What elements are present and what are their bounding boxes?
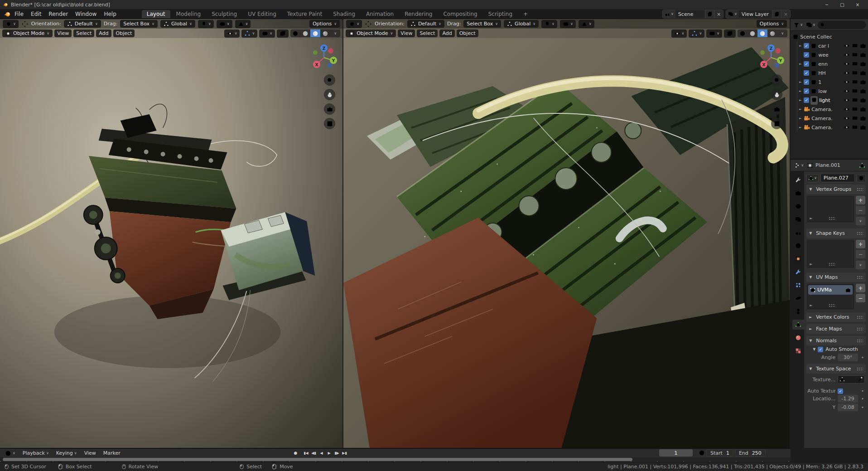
tab-object[interactable] [792, 254, 804, 264]
list-grip-handle[interactable] [829, 304, 835, 307]
eye-icon[interactable] [844, 97, 850, 103]
zoom-button[interactable] [771, 74, 782, 86]
render-camera-icon[interactable] [860, 79, 866, 85]
outliner-row-camera[interactable]: ► Camera. [798, 123, 867, 132]
gizmo-x-label[interactable]: X [315, 63, 318, 67]
gizmos-toggle[interactable]: ∨ [689, 29, 704, 38]
subpanel-open-icon[interactable]: ▼ [813, 348, 815, 351]
start-frame-field[interactable]: Start1 [706, 449, 733, 456]
options-dropdown[interactable]: Options∨ [757, 20, 787, 28]
tab-texture-paint[interactable]: Texture Paint [282, 10, 327, 18]
minimize-button[interactable]: ─ [819, 0, 834, 9]
viewport-right-scene[interactable] [343, 19, 790, 448]
delete-scene-button[interactable]: × [714, 10, 723, 18]
expand-arrow-icon[interactable]: ► [798, 117, 802, 120]
overlays-toggle[interactable]: ∨ [259, 29, 275, 38]
outliner-filter-dropdown[interactable]: ∨ [792, 21, 804, 29]
panel-grip-handle[interactable] [857, 276, 863, 279]
current-frame-field[interactable]: 1 [659, 449, 693, 456]
location-y-field[interactable]: -0.08 [838, 403, 858, 411]
next-keyframe-button[interactable]: ▮▶ [333, 449, 340, 456]
shading-solid-button[interactable] [747, 29, 757, 37]
move-gizmo-icon[interactable] [365, 20, 372, 28]
vertex-group-specials-dropdown[interactable]: ∨ [856, 217, 865, 225]
outliner-row-collection-selected[interactable]: ► ✓ light [798, 96, 867, 105]
eye-icon[interactable] [844, 70, 850, 76]
panel-grip-handle[interactable] [857, 188, 863, 191]
eye-icon[interactable] [844, 124, 850, 131]
tab-object-data[interactable] [792, 320, 804, 330]
render-camera-icon[interactable] [860, 52, 866, 58]
shading-wireframe-button[interactable] [290, 29, 300, 37]
remove-vertex-group-button[interactable]: − [856, 206, 865, 214]
tab-world[interactable] [792, 241, 804, 251]
camera-view-button[interactable] [324, 103, 335, 115]
tab-scene[interactable] [792, 228, 804, 238]
animate-dot-icon[interactable]: • [860, 388, 865, 394]
orientation-dropdown[interactable]: Default∨ [64, 20, 101, 28]
texture-mesh-field[interactable] [838, 375, 865, 384]
tab-output[interactable] [792, 201, 804, 211]
snap-button[interactable]: ∨ [198, 20, 214, 28]
collection-checkbox[interactable]: ✓ [804, 61, 809, 67]
orientation-dropdown[interactable]: Default∨ [407, 20, 444, 28]
panel-header[interactable]: ▼UV Maps [806, 272, 866, 282]
shading-material-button[interactable] [757, 29, 767, 37]
active-render-camera-icon[interactable] [845, 287, 851, 293]
monitor-icon[interactable] [852, 124, 858, 131]
collection-checkbox[interactable]: ✓ [804, 79, 809, 85]
render-camera-icon[interactable] [860, 115, 866, 121]
remove-uv-map-button[interactable]: − [856, 294, 865, 302]
menu-add[interactable]: Add [96, 29, 111, 37]
maximize-button[interactable]: □ [834, 0, 850, 9]
collection-checkbox[interactable]: ✓ [804, 43, 809, 49]
monitor-icon[interactable] [852, 70, 858, 76]
panel-face-maps[interactable]: ►Face Maps [806, 324, 866, 334]
outliner-row-collection[interactable]: ✓ wee [798, 50, 867, 59]
eye-icon[interactable] [844, 61, 850, 67]
snap-button[interactable]: ∨ [541, 20, 557, 28]
vertex-groups-list[interactable]: ► [807, 196, 854, 222]
tab-constraints[interactable] [792, 306, 804, 316]
menu-keying[interactable]: Keying∨ [53, 450, 80, 456]
list-expand-icon[interactable]: ► [810, 303, 812, 307]
monitor-icon[interactable] [852, 52, 858, 58]
menu-select[interactable]: Select [417, 29, 438, 37]
proportional-edit-button[interactable]: ∨ [560, 20, 576, 28]
render-camera-icon[interactable] [860, 70, 866, 76]
outliner-row-collection[interactable]: ► ✓ car l [798, 41, 867, 50]
shading-rendered-button[interactable] [767, 29, 777, 37]
shading-solid-button[interactable] [300, 29, 310, 37]
mesh-name-field[interactable]: Plane.027 [820, 174, 855, 182]
menu-select[interactable]: Select [73, 29, 94, 37]
tab-view-layer[interactable] [792, 214, 804, 224]
expand-arrow-icon[interactable]: ► [798, 89, 802, 93]
uv-maps-list[interactable]: UVMa ► [807, 284, 854, 309]
viewport-left-scene[interactable] [0, 19, 342, 448]
use-preview-range-icon[interactable] [699, 450, 705, 456]
uv-map-item-selected[interactable]: UVMa [808, 285, 853, 295]
tab-uv-editing[interactable]: UV Editing [243, 10, 281, 18]
render-camera-icon[interactable] [860, 97, 866, 103]
monitor-icon[interactable] [852, 79, 858, 85]
auto-texture-space-checkbox[interactable]: ✓ [838, 388, 843, 394]
navigation-gizmo[interactable]: Z Y X [310, 43, 338, 71]
angle-field[interactable]: 30° [838, 354, 858, 361]
shape-keys-list[interactable]: ► [807, 240, 854, 268]
tab-sculpting[interactable]: Sculpting [207, 10, 242, 18]
editor-type-dropdown[interactable]: ∨ [793, 161, 805, 170]
xray-toggle[interactable] [724, 29, 736, 38]
proportional-edit-button[interactable]: ∨ [217, 20, 232, 28]
outliner-display-dropdown[interactable]: ∨ [805, 21, 816, 29]
pan-button[interactable] [324, 89, 335, 100]
panel-grip-handle[interactable] [857, 232, 863, 235]
shading-rendered-button[interactable] [320, 29, 330, 37]
collection-checkbox[interactable]: ✓ [804, 52, 809, 58]
remove-shape-key-button[interactable]: − [856, 250, 865, 258]
tab-scripting[interactable]: Scripting [483, 10, 517, 18]
options-dropdown[interactable]: Options∨ [309, 20, 340, 28]
falloff-button[interactable]: ∨ [235, 20, 251, 28]
collection-checkbox[interactable]: ✓ [804, 70, 809, 76]
render-camera-icon[interactable] [860, 43, 866, 49]
close-button[interactable]: × [850, 0, 865, 9]
